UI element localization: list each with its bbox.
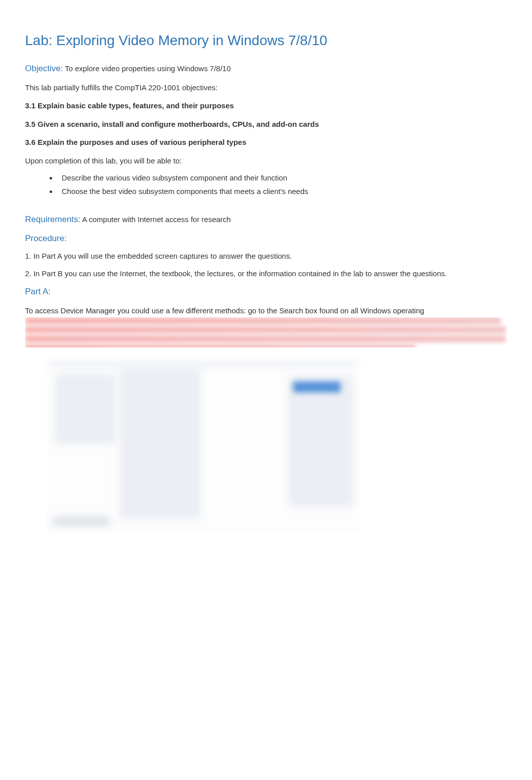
redacted-text-block [25, 317, 507, 347]
procedure-heading: Procedure: [25, 232, 507, 245]
objective-text: To explore video properties using Window… [65, 64, 231, 73]
completion-intro: Upon completion of this lab, you will be… [25, 155, 507, 167]
objective-item-1: 3.1 Explain basic cable types, features,… [25, 100, 507, 112]
objective-item-2: 3.5 Given a scenario, install and config… [25, 119, 507, 130]
procedure-step-2: 2. In Part B you can use the Internet, t… [25, 268, 507, 280]
redacted-screenshot [48, 361, 358, 532]
part-a-text: To access Device Manager you could use a… [25, 305, 507, 317]
procedure-step-1: 1. In Part A you will use the embedded s… [25, 251, 507, 262]
requirements-text: A computer with Internet access for rese… [82, 215, 231, 224]
requirements-row: Requirements: A computer with Internet a… [25, 213, 507, 226]
objective-item-3: 3.6 Explain the purposes and uses of var… [25, 137, 507, 148]
completion-bullets: Describe the various video subsystem com… [58, 172, 507, 197]
list-item: Describe the various video subsystem com… [58, 172, 507, 184]
intro-paragraph: This lab partially fulfills the CompTIA … [25, 82, 507, 94]
part-a-heading: Part A: [25, 285, 507, 298]
objective-row: Objective: To explore video properties u… [25, 62, 507, 75]
objective-heading: Objective: [25, 64, 63, 73]
page-title: Lab: Exploring Video Memory in Windows 7… [25, 30, 507, 51]
list-item: Choose the best video subsystem componen… [58, 186, 507, 198]
requirements-heading: Requirements: [25, 215, 81, 224]
